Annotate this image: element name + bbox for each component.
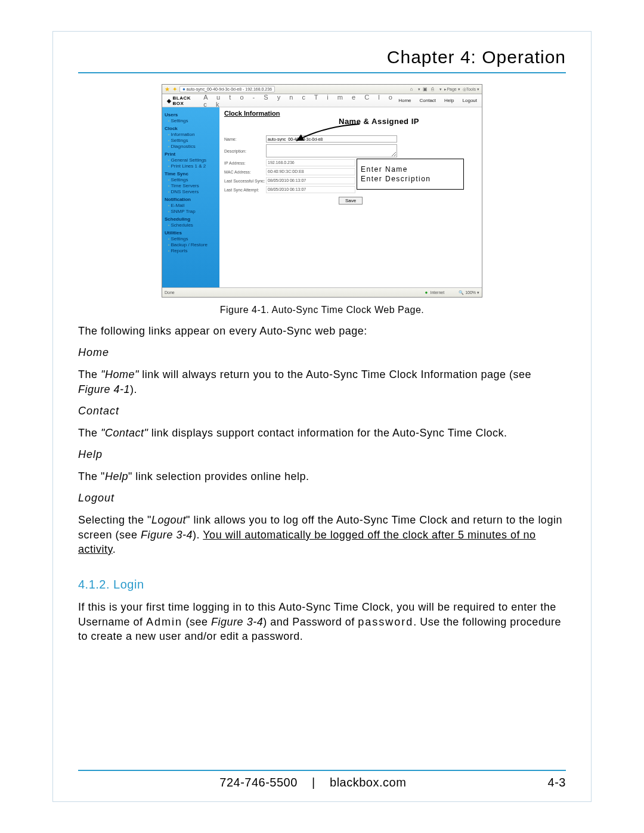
feed-icon[interactable]: ▣ <box>423 86 429 92</box>
sb-users-settings[interactable]: ◦Settings <box>168 118 217 123</box>
chapter-title: Chapter 4: Operation <box>78 47 566 72</box>
bullet-icon: ◦ <box>168 158 169 162</box>
save-button[interactable]: Save <box>339 197 363 205</box>
head-contact: Contact <box>78 405 566 417</box>
status-zone: Internet <box>430 290 444 295</box>
bullet-icon: ◦ <box>168 190 169 194</box>
figure-caption: Figure 4-1. Auto-Sync Time Clock Web Pag… <box>78 305 566 315</box>
footer-site: blackbox.com <box>330 776 406 789</box>
footer-sep: | <box>312 776 315 789</box>
statusbar: Done ● Internet 🔍 100% ▾ <box>162 287 482 297</box>
head-help: Help <box>78 448 566 461</box>
browser-tab[interactable]: ● auto-sync_00-40-9d-3c-0d-e8 - 192.168.… <box>179 86 275 92</box>
status-left: Done <box>165 290 175 295</box>
head-logout: Logout <box>78 492 566 504</box>
sb-util-backup[interactable]: ◦Backup / Restore <box>168 242 217 247</box>
label-ip: IP Address: <box>224 161 266 165</box>
favorites-star-icon[interactable]: ★ <box>165 86 170 92</box>
figure: ★ ✦ ● auto-sync_00-40-9d-3c-0d-e8 - 192.… <box>78 84 566 315</box>
para-login: If this is your first time logging in to… <box>78 600 566 643</box>
sb-util-reports[interactable]: ◦Reports <box>168 248 217 253</box>
callout-box: Enter Name Enter Description <box>357 159 464 190</box>
sb-util-settings[interactable]: ◦Settings <box>168 236 217 241</box>
home-icon[interactable]: ⌂ <box>410 86 416 92</box>
sidebar: Users ◦Settings Clock ◦Information ◦Sett… <box>162 107 219 287</box>
content-row: Users ◦Settings Clock ◦Information ◦Sett… <box>162 107 482 287</box>
sb-clock-info[interactable]: ◦Information <box>168 132 217 137</box>
page-frame: Chapter 4: Operation ★ ✦ ● auto-sync_00-… <box>52 31 592 802</box>
bullet-icon: ◦ <box>168 132 169 137</box>
sb-utilities: Utilities <box>165 230 217 236</box>
bullet-icon: ◦ <box>168 209 169 213</box>
annotation-arrow-icon <box>294 124 366 142</box>
value-lastsuccess: 08/05/2010 06:13:07 <box>266 177 355 184</box>
input-desc[interactable] <box>266 144 397 157</box>
para-home: The "Home" link will always return you t… <box>78 367 566 397</box>
footer-rule <box>78 770 566 771</box>
sb-print-lines[interactable]: ◦Print Lines 1 & 2 <box>168 163 217 169</box>
internet-zone-icon: ● <box>425 290 428 295</box>
sb-notif-snmp[interactable]: ◦SNMP Trap <box>168 209 217 214</box>
add-favorite-star-icon[interactable]: ✦ <box>172 86 177 92</box>
bullet-icon: ◦ <box>168 249 169 253</box>
nav-logout[interactable]: Logout <box>463 98 477 103</box>
value-mac: 60:40:9D:3C:0D:E8 <box>266 168 355 175</box>
sb-notif-email[interactable]: ◦E-Mail <box>168 203 217 208</box>
bullet-icon: ◦ <box>168 138 169 143</box>
label-name: Name: <box>224 137 266 141</box>
value-lastattempt: 08/05/2010 06:13:07 <box>266 186 355 193</box>
nav-contact[interactable]: Contact <box>420 98 436 103</box>
bullet-icon: ◦ <box>168 164 169 168</box>
sb-notification: Notification <box>165 197 217 202</box>
footer: 724-746-5500 | blackbox.com 4-3 <box>78 776 566 789</box>
nav-help[interactable]: Help <box>444 98 454 103</box>
sb-timesync: Time Sync <box>165 171 217 176</box>
section-login-head: 4.1.2. Login <box>78 578 566 592</box>
main-panel: Clock Information Name & Assigned IP Nam… <box>219 107 482 287</box>
sb-ts-dns[interactable]: ◦DNS Servers <box>168 189 217 194</box>
globe-icon: ● <box>182 86 185 92</box>
sb-clock-diag[interactable]: ◦Diagnostics <box>168 144 217 149</box>
footer-pagenum: 4-3 <box>548 776 566 789</box>
sb-print-general[interactable]: ◦General Settings <box>168 157 217 163</box>
sb-clock-settings[interactable]: ◦Settings <box>168 138 217 143</box>
sb-sched-schedules[interactable]: ◦Schedules <box>168 222 217 228</box>
app-header: ◈ BLACK BOX A u t o - S y n c T i m e C … <box>162 94 482 107</box>
row-desc: Description: <box>224 144 477 157</box>
toolbar-page-menu[interactable]: ▸Page ▾ <box>444 87 460 92</box>
app-title: A u t o - S y n c T i m e C l o c k <box>203 94 398 108</box>
print-icon[interactable]: ⎙ <box>431 86 437 92</box>
label-desc: Description: <box>224 149 266 153</box>
toolbar-tools-menu[interactable]: ◎Tools ▾ <box>463 87 479 92</box>
section-title: Clock Information <box>224 110 477 117</box>
callout-line1: Enter Name <box>361 165 460 174</box>
nav-home[interactable]: Home <box>398 98 411 103</box>
logo: ◈ BLACK BOX <box>167 95 200 106</box>
para-help: The "Help" link selection provides onlin… <box>78 469 566 484</box>
logo-text: BLACK BOX <box>173 95 200 106</box>
tab-title: auto-sync_00-40-9d-3c-0d-e8 - 192.168.0.… <box>187 87 272 91</box>
bullet-icon: ◦ <box>168 144 169 148</box>
bullet-icon: ◦ <box>168 184 169 188</box>
label-mac: MAC Address: <box>224 170 266 174</box>
bullet-icon: ◦ <box>168 223 169 227</box>
toolbar-right: ⌂▾ ▣ ⎙▾ ▸Page ▾ ◎Tools ▾ <box>410 86 479 92</box>
footer-center: 724-746-5500 | blackbox.com <box>219 776 406 789</box>
callout-line2: Enter Description <box>361 175 460 183</box>
footer-phone: 724-746-5500 <box>219 776 298 789</box>
label-lastattempt: Last Sync Attempt: <box>224 188 266 192</box>
chapter-rule <box>78 72 566 73</box>
value-ip: 192.168.0.236 <box>266 159 355 166</box>
sb-ts-servers[interactable]: ◦Time Servers <box>168 183 217 188</box>
status-right: ● Internet 🔍 100% ▾ <box>425 290 479 295</box>
label-lastsuccess: Last Successful Sync: <box>224 179 266 183</box>
sb-ts-settings[interactable]: ◦Settings <box>168 177 217 182</box>
bullet-icon: ◦ <box>168 119 169 123</box>
bullet-icon: ◦ <box>168 178 169 182</box>
intro-text: The following links appear on every Auto… <box>78 324 566 338</box>
browser-window: ★ ✦ ● auto-sync_00-40-9d-3c-0d-e8 - 192.… <box>162 84 482 298</box>
bullet-icon: ◦ <box>168 243 169 247</box>
bullet-icon: ◦ <box>168 237 169 241</box>
status-zoom: 🔍 100% ▾ <box>459 290 479 295</box>
sb-users: Users <box>165 112 217 117</box>
